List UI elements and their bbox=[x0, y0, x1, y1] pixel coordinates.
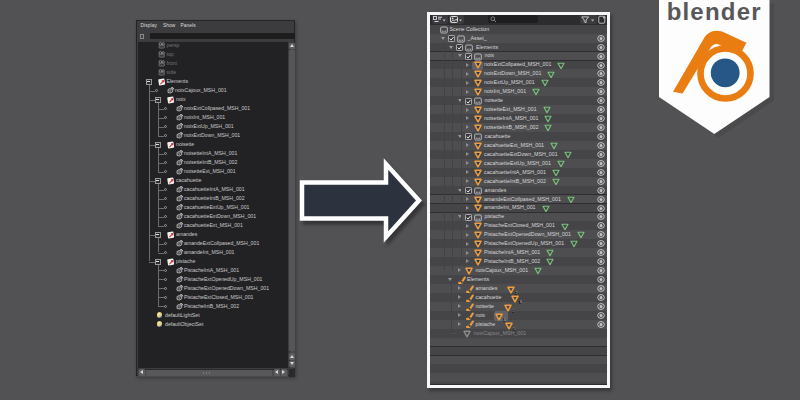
svg-text:blender: blender bbox=[666, 0, 761, 25]
